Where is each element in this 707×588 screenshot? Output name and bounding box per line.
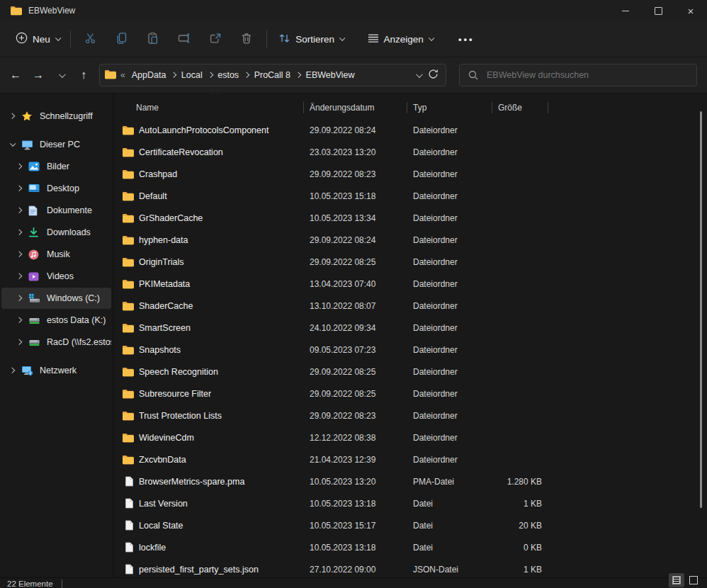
chevron-right-icon[interactable]: [16, 318, 23, 322]
chevron-right-icon[interactable]: [16, 164, 23, 169]
breadcrumb-chevron-icon[interactable]: [244, 73, 249, 77]
chevron-right-icon[interactable]: [16, 252, 23, 256]
videos-icon: [28, 271, 40, 282]
file-row[interactable]: persisted_first_party_sets.json27.10.202…: [114, 558, 707, 577]
file-row[interactable]: Trust Protection Lists29.09.2022 08:23Da…: [114, 405, 707, 426]
sidebar-item-bilder[interactable]: Bilder: [1, 156, 111, 177]
file-icon: [114, 498, 139, 509]
back-button[interactable]: ←: [4, 64, 27, 86]
sidebar-item-racd-fs2-estos-c[interactable]: RacD (\\fs2.estos.c: [1, 332, 111, 353]
cut-icon: [84, 32, 97, 47]
sidebar-item-label: Schnellzugriff: [40, 111, 93, 121]
recent-locations-button[interactable]: [50, 64, 72, 86]
breadcrumb-segment[interactable]: EBWebView: [301, 70, 360, 80]
rename-button[interactable]: [169, 26, 200, 52]
large-icons-view-button[interactable]: [686, 573, 701, 587]
sidebar-item-windows-c[interactable]: Windows (C:): [1, 288, 111, 309]
refresh-icon[interactable]: [428, 69, 439, 81]
address-dropdown-icon[interactable]: [416, 71, 423, 78]
paste-button[interactable]: [137, 26, 169, 52]
file-row[interactable]: Local State10.05.2023 15:17Datei20 KB: [114, 514, 707, 536]
file-row[interactable]: BrowserMetrics-spare.pma10.05.2023 13:20…: [114, 470, 707, 492]
sidebar-item-dieser-pc[interactable]: Dieser PC: [1, 134, 111, 155]
breadcrumb-chevron-icon[interactable]: [208, 73, 213, 77]
file-row[interactable]: AutoLaunchProtocolsComponent29.09.2022 0…: [114, 119, 707, 141]
folder-icon: [114, 323, 139, 333]
column-header-size[interactable]: Größe: [492, 101, 548, 115]
copy-button[interactable]: [106, 26, 137, 52]
file-row[interactable]: hyphen-data29.09.2022 08:24Dateiordner: [114, 229, 707, 251]
file-row[interactable]: Default10.05.2023 15:18Dateiordner: [114, 185, 707, 207]
breadcrumb-segment[interactable]: ProCall 8: [249, 70, 295, 80]
search-input[interactable]: [485, 69, 672, 81]
column-header-date[interactable]: Änderungsdatum: [304, 101, 407, 115]
details-view-button[interactable]: [669, 573, 684, 587]
chevron-right-icon[interactable]: [9, 114, 16, 118]
chevron-right-icon[interactable]: [16, 186, 23, 191]
column-header-name[interactable]: Name: [114, 101, 304, 115]
new-button[interactable]: Neu: [9, 26, 66, 52]
breadcrumb-segment[interactable]: Local: [176, 70, 208, 80]
maximize-button[interactable]: [642, 0, 674, 21]
file-name: ShaderCache: [139, 301, 304, 311]
pictures-icon: [28, 162, 40, 171]
chevron-down-icon[interactable]: [9, 142, 16, 147]
file-row[interactable]: ShaderCache13.10.2022 08:07Dateiordner: [114, 295, 707, 317]
sort-button[interactable]: Sortieren: [271, 26, 350, 52]
file-row[interactable]: PKIMetadata13.04.2023 07:40Dateiordner: [114, 273, 707, 295]
breadcrumb-chevron-icon[interactable]: [296, 73, 300, 77]
close-button[interactable]: ×: [674, 0, 707, 21]
breadcrumb-segment[interactable]: estos: [213, 70, 244, 80]
file-type: Dateiordner: [407, 323, 492, 333]
file-row[interactable]: Crashpad29.09.2022 08:23Dateiordner: [114, 163, 707, 185]
chevron-right-icon[interactable]: [16, 340, 23, 344]
minimize-button[interactable]: [609, 0, 642, 21]
sidebar-item-netzwerk[interactable]: Netzwerk: [1, 360, 111, 381]
sidebar-item-videos[interactable]: Videos: [1, 266, 111, 287]
file-row[interactable]: Subresource Filter29.09.2022 08:25Dateio…: [114, 383, 707, 405]
sidebar-item-downloads[interactable]: Downloads: [1, 222, 111, 243]
file-row[interactable]: Speech Recognition29.09.2022 08:25Dateio…: [114, 361, 707, 383]
chevron-right-icon[interactable]: [16, 230, 23, 234]
file-row[interactable]: SmartScreen24.10.2022 09:34Dateiordner: [114, 317, 707, 339]
file-row[interactable]: CertificateRevocation23.03.2023 13:20Dat…: [114, 141, 707, 163]
up-button[interactable]: ↑: [72, 64, 95, 86]
sidebar-item-musik[interactable]: Musik: [1, 244, 111, 265]
file-row[interactable]: GrShaderCache10.05.2023 13:34Dateiordner: [114, 207, 707, 229]
file-name: Crashpad: [139, 169, 304, 179]
sidebar-item-estos-data-k[interactable]: estos Data (K:): [1, 310, 111, 331]
file-date: 10.05.2023 15:18: [304, 191, 407, 201]
search-box[interactable]: [459, 64, 697, 86]
file-date: 13.04.2023 07:40: [304, 279, 407, 289]
breadcrumb-segment[interactable]: AppData: [127, 70, 171, 80]
copy-icon: [115, 32, 128, 47]
more-options-button[interactable]: •••: [451, 26, 482, 52]
chevron-right-icon[interactable]: [16, 296, 23, 300]
file-row[interactable]: lockfile10.05.2023 13:18Datei0 KB: [114, 536, 707, 558]
address-bar[interactable]: « AppDataLocalestosProCall 8EBWebView: [99, 64, 446, 86]
sidebar-item-desktop[interactable]: Desktop: [1, 178, 111, 199]
file-row[interactable]: ZxcvbnData21.04.2023 12:39Dateiordner: [114, 448, 707, 470]
breadcrumb-chevron-icon[interactable]: [171, 73, 176, 77]
folder-icon: [114, 345, 139, 355]
chevron-right-icon[interactable]: [16, 208, 23, 213]
file-row[interactable]: Snapshots09.05.2023 07:23Dateiordner: [114, 339, 707, 361]
file-row[interactable]: OriginTrials29.09.2022 08:25Dateiordner: [114, 251, 707, 273]
breadcrumb-overflow-icon[interactable]: «: [120, 70, 125, 80]
file-date: 09.05.2023 07:23: [304, 345, 407, 355]
file-row[interactable]: WidevineCdm12.12.2022 08:38Dateiordner: [114, 426, 707, 448]
column-header-type[interactable]: Typ: [407, 101, 492, 115]
chevron-right-icon[interactable]: [16, 274, 23, 278]
view-button[interactable]: Anzeigen: [361, 26, 440, 52]
sidebar-item-schnellzugriff[interactable]: Schnellzugriff: [1, 106, 111, 127]
folder-icon: [114, 169, 139, 179]
sidebar-item-dokumente[interactable]: Dokumente: [1, 200, 111, 221]
share-button[interactable]: [200, 26, 231, 52]
forward-button[interactable]: →: [27, 64, 50, 86]
file-name: persisted_first_party_sets.json: [139, 565, 304, 575]
chevron-right-icon[interactable]: [9, 368, 16, 373]
vertical-scrollbar[interactable]: [700, 111, 702, 508]
delete-button[interactable]: [231, 26, 262, 52]
cut-button[interactable]: [75, 26, 106, 52]
file-row[interactable]: Last Version10.05.2023 13:18Datei1 KB: [114, 492, 707, 514]
